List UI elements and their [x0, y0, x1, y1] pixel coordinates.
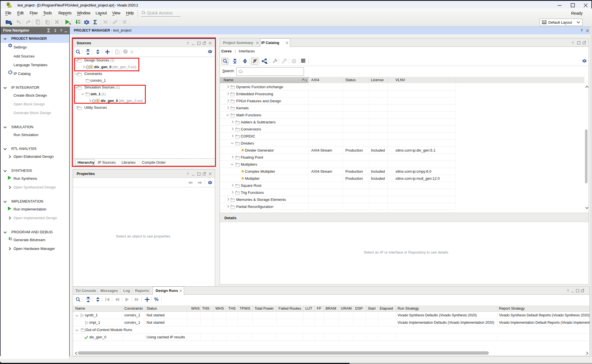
svg-text:?: ?: [572, 41, 574, 45]
svg-text:?: ?: [187, 172, 189, 176]
svg-text:10: 10: [78, 22, 80, 24]
svg-text:1: 1: [305, 79, 307, 82]
svg-text:?: ?: [567, 289, 569, 293]
svg-text:10: 10: [10, 239, 12, 241]
svg-text:?: ?: [60, 28, 62, 33]
svg-text:01: 01: [78, 20, 80, 22]
